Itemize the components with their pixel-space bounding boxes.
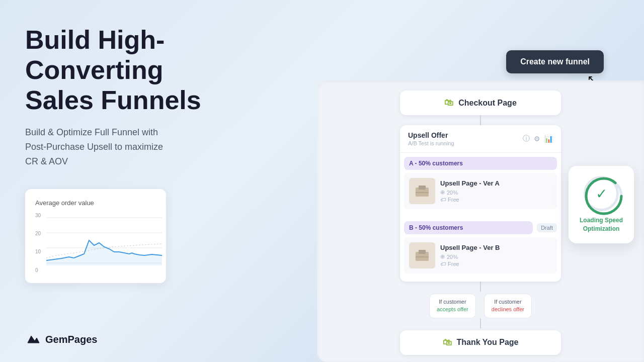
variant-a-meta: ⊕ 20% 🏷 Free <box>440 189 552 203</box>
upsell-icons: ⓘ ⚙ 📊 <box>523 134 553 143</box>
speed-circle: ✓ <box>584 176 619 211</box>
checkout-page-node[interactable]: 🛍 Checkout Page <box>400 90 561 115</box>
svg-point-12 <box>586 178 621 214</box>
variant-a-header: A - 50% customers <box>404 157 557 170</box>
variant-a-percent: ⊕ 20% <box>440 189 552 196</box>
chart-area: 30 20 10 0 <box>35 213 156 273</box>
upsell-title-group: Upsell Offer A/B Test is running <box>408 131 454 146</box>
svg-marker-4 <box>46 240 162 265</box>
checkout-page-label: Checkout Page <box>458 99 517 108</box>
variant-a-item[interactable]: Upsell Page - Ver A ⊕ 20% 🏷 Free <box>404 173 557 209</box>
info-icon[interactable]: ⓘ <box>523 134 530 143</box>
shopify-icon-2: 🛍 <box>443 337 452 348</box>
variant-b-info: Upsell Page - Ver B ⊕ 20% 🏷 Free <box>440 244 552 267</box>
gempages-logo: GemPages <box>25 332 97 347</box>
thank-you-page-node[interactable]: 🛍 Thank You Page <box>400 330 561 355</box>
percent-icon-b: ⊕ <box>440 253 445 260</box>
logo-icon <box>25 332 40 347</box>
percent-icon: ⊕ <box>440 189 445 196</box>
chart-title: Average order value <box>35 199 156 207</box>
chart-icon[interactable]: 📊 <box>544 135 553 143</box>
connector-3 <box>480 318 481 328</box>
speed-optimization-badge: ✓ Loading Speed Optimization <box>569 166 634 243</box>
variant-b-name: Upsell Page - Ver B <box>440 244 552 251</box>
hero-title: Build High-Converting Sales Funnels <box>25 25 267 115</box>
hero-subtitle: Build & Optimize Full Funnel with Post-P… <box>25 125 267 168</box>
variant-b-label: B - 50% customers <box>404 221 533 234</box>
chart-card: Average order value 30 20 10 0 <box>25 189 166 283</box>
speed-label: Loading Speed Optimization <box>579 216 624 233</box>
connector-2 <box>480 282 481 292</box>
connector-1 <box>480 115 481 125</box>
variant-b-price: 🏷 Free <box>440 261 552 267</box>
logo-text: GemPages <box>45 334 97 345</box>
variant-a-info: Upsell Page - Ver A ⊕ 20% 🏷 Free <box>440 179 552 203</box>
svg-rect-9 <box>419 250 426 254</box>
variant-b-section: B - 50% customers Draft Upsell Page - Ve… <box>400 217 561 282</box>
hero-section: Build High-Converting Sales Funnels Buil… <box>25 25 267 283</box>
thank-you-page-label: Thank You Page <box>457 338 519 347</box>
create-funnel-button[interactable]: Create new funnel <box>506 50 604 73</box>
price-icon-b: 🏷 <box>440 261 446 267</box>
ab-test-label: A/B Test is running <box>408 140 454 146</box>
shopify-icon: 🛍 <box>444 98 453 108</box>
variant-b-item[interactable]: Upsell Page - Ver B ⊕ 20% 🏷 Free <box>404 237 557 274</box>
branch-row: If customerIf customer accepts offeracce… <box>429 294 532 318</box>
svg-rect-6 <box>419 186 426 190</box>
draft-badge: Draft <box>537 223 557 232</box>
chart-y-labels: 30 20 10 0 <box>35 213 41 273</box>
variant-a-price: 🏷 Free <box>440 197 552 203</box>
variant-a-name: Upsell Page - Ver A <box>440 179 552 187</box>
upsell-header: Upsell Offer A/B Test is running ⓘ ⚙ 📊 <box>400 125 561 153</box>
gear-icon[interactable]: ⚙ <box>534 135 540 143</box>
variant-b-percent: ⊕ 20% <box>440 253 552 260</box>
accept-offer-branch[interactable]: If customerIf customer accepts offeracce… <box>429 294 476 318</box>
variant-b-header: B - 50% customers Draft <box>404 221 557 234</box>
decline-offer-branch[interactable]: If customerdeclines offer <box>484 294 532 318</box>
variant-a-section: A - 50% customers Upsell Page - Ver A <box>400 153 561 217</box>
variant-a-image <box>409 178 435 204</box>
chart-svg <box>46 213 156 273</box>
price-icon: 🏷 <box>440 197 446 203</box>
variant-b-image <box>409 242 435 268</box>
variant-b-meta: ⊕ 20% 🏷 Free <box>440 253 552 267</box>
upsell-offer-card[interactable]: Upsell Offer A/B Test is running ⓘ ⚙ 📊 A… <box>400 125 561 282</box>
upsell-title: Upsell Offer <box>408 131 454 139</box>
